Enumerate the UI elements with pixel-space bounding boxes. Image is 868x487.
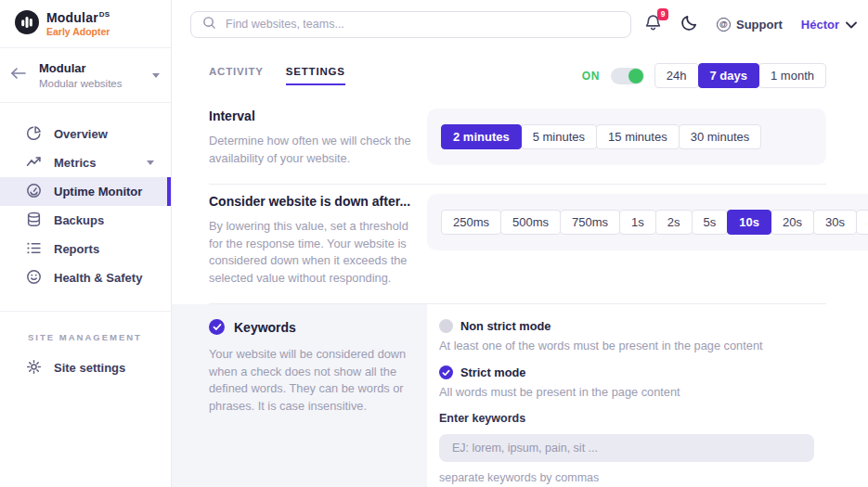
threshold-option-button[interactable]: 5s: [692, 210, 729, 235]
time-range-group: 24h7 days1 month: [655, 63, 826, 88]
notifications-button[interactable]: 9: [644, 14, 662, 35]
sidebar-item-label: Backups: [54, 213, 104, 227]
mode-non-strict[interactable]: Non strict mode: [439, 319, 826, 333]
tab-activity[interactable]: ACTIVITY: [209, 66, 264, 85]
mode-strict[interactable]: Strict mode: [439, 365, 826, 379]
interval-section: Interval Determine how often we will che…: [209, 99, 826, 184]
time-range-button[interactable]: 24h: [654, 63, 699, 88]
brand-name: ModularDS: [46, 10, 110, 25]
list-icon: [26, 240, 42, 259]
time-range-button[interactable]: 7 days: [698, 63, 759, 88]
sidebar-item-overview[interactable]: Overview: [0, 120, 171, 148]
bell-icon: [644, 19, 662, 34]
section-title: Interval: [209, 109, 427, 123]
workspace-switcher[interactable]: Modular Modular websites: [0, 48, 171, 103]
site-management-header: SITE MANAGEMENT: [0, 312, 171, 353]
radio-checked-icon[interactable]: [439, 365, 453, 379]
sidebar-item-label: Site settings: [54, 361, 125, 375]
radio-unchecked-icon[interactable]: [439, 319, 453, 333]
workspace-caret-icon: [152, 73, 160, 78]
metrics-caret-icon: [147, 160, 154, 165]
threshold-option-button[interactable]: 2s: [655, 210, 693, 235]
sidebar-nav: Overview Metrics Uptime Monitor Backups …: [0, 103, 171, 305]
uptime-gauge-icon: [26, 183, 42, 201]
interval-option-button[interactable]: 30 minutes: [679, 124, 762, 149]
threshold-option-button[interactable]: 1s: [619, 210, 656, 235]
sidebar-item-backups[interactable]: Backups: [0, 206, 171, 235]
section-title: Keywords: [234, 320, 296, 335]
sidebar-item-site-settings[interactable]: Site settings: [0, 353, 171, 382]
back-arrow-icon[interactable]: [9, 66, 28, 84]
topbar: 9 @ Support Héctor: [172, 0, 868, 48]
search-input[interactable]: [226, 18, 619, 31]
main-area: 9 @ Support Héctor ACTIVITY SETTINGS: [172, 0, 868, 487]
threshold-option-button[interactable]: 250ms: [441, 210, 501, 235]
section-description: Your website will be considered down whe…: [209, 346, 427, 415]
interval-option-button[interactable]: 5 minutes: [521, 124, 597, 149]
brand-logo-icon: [15, 10, 39, 38]
app-window: ModularDS Early Adopter Modular Modular …: [0, 0, 868, 487]
section-title: Consider website is down after...: [209, 194, 427, 209]
database-icon: [26, 211, 42, 230]
keywords-input[interactable]: [439, 434, 814, 462]
user-name: Héctor: [801, 18, 839, 32]
interval-option-button[interactable]: 15 minutes: [596, 124, 680, 149]
interval-panel: 2 minutes5 minutes15 minutes30 minutes: [427, 109, 826, 165]
mode-helper: All words must be present in the page co…: [439, 385, 826, 399]
workspace-name: Modular: [39, 61, 122, 75]
keywords-input-label: Enter keywords: [439, 412, 826, 425]
sidebar: ModularDS Early Adopter Modular Modular …: [0, 0, 172, 487]
chevron-down-icon: [846, 16, 857, 32]
sidebar-item-metrics[interactable]: Metrics: [0, 148, 171, 177]
global-search[interactable]: [190, 11, 631, 38]
keywords-enabled-checkbox[interactable]: [209, 319, 225, 335]
tab-bar: ACTIVITY SETTINGS: [209, 66, 345, 85]
interval-options: 2 minutes5 minutes15 minutes30 minutes: [442, 124, 811, 149]
keywords-section: Keywords Your website will be considered…: [172, 304, 868, 487]
notification-badge: 9: [657, 8, 668, 20]
monitor-on-label: ON: [582, 70, 600, 83]
down-after-options: 250ms500ms750ms1s2s5s10s20s30s45s: [442, 210, 868, 235]
section-description: By lowering this value, set a threshold …: [209, 218, 427, 287]
sidebar-item-label: Metrics: [54, 156, 97, 170]
pie-chart-icon: [26, 125, 42, 144]
settings-content: ACTIVITY SETTINGS ON 24h7 days1 month In…: [172, 48, 868, 487]
brand-superscript: DS: [99, 10, 110, 19]
dark-mode-moon-icon[interactable]: [680, 14, 698, 35]
down-after-panel: 250ms500ms750ms1s2s5s10s20s30s45s: [427, 194, 868, 250]
threshold-option-button[interactable]: 10s: [727, 210, 771, 235]
trending-up-icon: [26, 154, 42, 173]
threshold-option-button[interactable]: 30s: [813, 210, 857, 235]
down-after-section: Consider website is down after... By low…: [209, 185, 826, 303]
tab-settings[interactable]: SETTINGS: [286, 66, 345, 85]
threshold-option-button[interactable]: 750ms: [560, 210, 620, 235]
support-at-icon: @: [717, 18, 731, 32]
interval-option-button[interactable]: 2 minutes: [441, 124, 522, 149]
sidebar-item-uptime-monitor[interactable]: Uptime Monitor: [0, 177, 171, 206]
threshold-option-button[interactable]: 20s: [771, 210, 814, 235]
time-range-button[interactable]: 1 month: [758, 63, 826, 88]
sidebar-item-health-safety[interactable]: Health & Safety: [0, 263, 171, 292]
monitor-toggle[interactable]: [611, 68, 644, 84]
search-icon: [202, 16, 216, 33]
threshold-option-button[interactable]: 500ms: [500, 210, 561, 235]
sidebar-item-label: Health & Safety: [54, 271, 142, 285]
mode-helper: At least one of the words must be presen…: [439, 339, 826, 352]
support-button[interactable]: @ Support: [717, 18, 783, 32]
threshold-option-button[interactable]: 45s: [856, 210, 868, 235]
sidebar-item-label: Uptime Monitor: [54, 185, 142, 199]
smiley-icon: [26, 269, 42, 288]
sidebar-item-label: Reports: [54, 242, 99, 256]
brand: ModularDS Early Adopter: [0, 0, 171, 48]
early-adopter-badge: Early Adopter: [46, 26, 110, 37]
sidebar-item-reports[interactable]: Reports: [0, 235, 171, 263]
sidebar-item-label: Overview: [54, 127, 108, 141]
gear-icon: [26, 359, 42, 378]
user-menu[interactable]: Héctor: [801, 16, 857, 32]
section-description: Determine how often we will check the av…: [209, 133, 427, 167]
workspace-subtitle: Modular websites: [39, 78, 122, 89]
keywords-input-helper: separate keywords by commas: [439, 471, 826, 484]
toggle-knob: [628, 69, 643, 83]
